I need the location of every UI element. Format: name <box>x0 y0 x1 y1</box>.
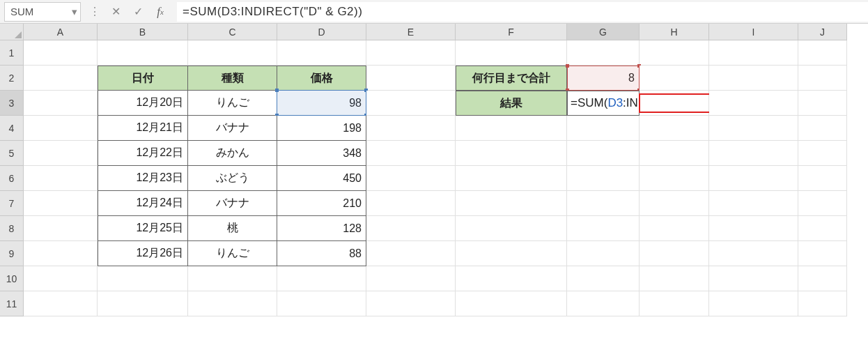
cell-F3[interactable]: 結果 <box>456 91 567 116</box>
col-header-J[interactable]: J <box>798 24 847 40</box>
cell-D7[interactable]: 210 <box>277 191 366 216</box>
chevron-down-icon[interactable]: ▾ <box>72 6 77 18</box>
cell-B1[interactable] <box>98 40 188 66</box>
cell-D1[interactable] <box>277 40 366 66</box>
cell-A3[interactable] <box>24 91 98 116</box>
cell-B2[interactable]: 日付 <box>98 66 188 91</box>
row-header-11[interactable]: 11 <box>0 291 24 316</box>
cancel-icon[interactable]: ✕ <box>106 2 125 22</box>
cell-J5[interactable] <box>798 141 847 166</box>
col-header-E[interactable]: E <box>366 24 456 40</box>
name-box[interactable]: SUM ▾ <box>4 2 81 22</box>
cell-I2[interactable] <box>709 66 798 91</box>
formula-input[interactable]: =SUM(D3:INDIRECT("D" & G2)) <box>177 2 868 22</box>
cell-F4[interactable] <box>456 116 567 141</box>
cell-F2[interactable]: 何行目まで合計 <box>456 66 567 91</box>
cell-H1[interactable] <box>640 40 709 66</box>
cell-I11[interactable] <box>709 291 798 316</box>
cell-F10[interactable] <box>456 266 567 291</box>
cell-F6[interactable] <box>456 166 567 191</box>
cell-J4[interactable] <box>798 116 847 141</box>
cell-A7[interactable] <box>24 191 98 216</box>
cell-C6[interactable]: ぶどう <box>188 166 277 191</box>
cell-E9[interactable] <box>366 241 456 266</box>
cell-F7[interactable] <box>456 191 567 216</box>
cell-I7[interactable] <box>709 191 798 216</box>
col-header-C[interactable]: C <box>188 24 277 40</box>
cell-C7[interactable]: バナナ <box>188 191 277 216</box>
cell-J10[interactable] <box>798 266 847 291</box>
cell-C10[interactable] <box>188 266 277 291</box>
cell-J1[interactable] <box>798 40 847 66</box>
cell-G4[interactable] <box>567 116 640 141</box>
cell-G11[interactable] <box>567 291 640 316</box>
cell-D3[interactable]: 98 <box>277 91 366 116</box>
cell-A4[interactable] <box>24 116 98 141</box>
cell-D4[interactable]: 198 <box>277 116 366 141</box>
cell-H11[interactable] <box>640 291 709 316</box>
cell-G7[interactable] <box>567 191 640 216</box>
cell-B3[interactable]: 12月20日 <box>98 91 188 116</box>
cell-E10[interactable] <box>366 266 456 291</box>
cell-G9[interactable] <box>567 241 640 266</box>
cell-H8[interactable] <box>640 216 709 241</box>
row-header-4[interactable]: 4 <box>0 116 24 141</box>
cell-E8[interactable] <box>366 216 456 241</box>
cell-E7[interactable] <box>366 191 456 216</box>
cell-I5[interactable] <box>709 141 798 166</box>
cell-H4[interactable] <box>640 116 709 141</box>
cell-F9[interactable] <box>456 241 567 266</box>
cell-A10[interactable] <box>24 266 98 291</box>
row-header-10[interactable]: 10 <box>0 266 24 291</box>
cell-F5[interactable] <box>456 141 567 166</box>
cell-A5[interactable] <box>24 141 98 166</box>
cell-G2[interactable]: 8 <box>567 66 640 91</box>
cell-I1[interactable] <box>709 40 798 66</box>
cell-H7[interactable] <box>640 191 709 216</box>
cell-B11[interactable] <box>98 291 188 316</box>
cell-C9[interactable]: りんご <box>188 241 277 266</box>
col-header-I[interactable]: I <box>709 24 798 40</box>
cell-G6[interactable] <box>567 166 640 191</box>
cell-D11[interactable] <box>277 291 366 316</box>
cell-E6[interactable] <box>366 166 456 191</box>
cell-G5[interactable] <box>567 141 640 166</box>
row-header-9[interactable]: 9 <box>0 241 24 266</box>
col-header-F[interactable]: F <box>456 24 567 40</box>
cell-H2[interactable] <box>640 66 709 91</box>
cell-A8[interactable] <box>24 216 98 241</box>
row-header-3[interactable]: 3 <box>0 91 24 116</box>
cell-G10[interactable] <box>567 266 640 291</box>
cell-C11[interactable] <box>188 291 277 316</box>
cell-F1[interactable] <box>456 40 567 66</box>
cell-D9[interactable]: 88 <box>277 241 366 266</box>
row-header-2[interactable]: 2 <box>0 66 24 91</box>
col-header-H[interactable]: H <box>640 24 709 40</box>
cell-D6[interactable]: 450 <box>277 166 366 191</box>
cell-G1[interactable] <box>567 40 640 66</box>
cell-B6[interactable]: 12月23日 <box>98 166 188 191</box>
cell-D8[interactable]: 128 <box>277 216 366 241</box>
cell-B9[interactable]: 12月26日 <box>98 241 188 266</box>
fx-icon[interactable]: fx <box>150 2 170 22</box>
col-header-B[interactable]: B <box>98 24 188 40</box>
cell-B7[interactable]: 12月24日 <box>98 191 188 216</box>
cell-E4[interactable] <box>366 116 456 141</box>
cell-J3[interactable] <box>798 91 847 116</box>
cell-H10[interactable] <box>640 266 709 291</box>
cell-C5[interactable]: みかん <box>188 141 277 166</box>
cell-E5[interactable] <box>366 141 456 166</box>
row-header-7[interactable]: 7 <box>0 191 24 216</box>
cell-G8[interactable] <box>567 216 640 241</box>
col-header-D[interactable]: D <box>277 24 366 40</box>
row-header-5[interactable]: 5 <box>0 141 24 166</box>
cell-C8[interactable]: 桃 <box>188 216 277 241</box>
cell-I8[interactable] <box>709 216 798 241</box>
cell-J11[interactable] <box>798 291 847 316</box>
cell-I10[interactable] <box>709 266 798 291</box>
cell-F11[interactable] <box>456 291 567 316</box>
cell-I6[interactable] <box>709 166 798 191</box>
row-header-1[interactable]: 1 <box>0 40 24 66</box>
spreadsheet-grid[interactable]: A B C D E F G H I J 1 2 日付 種類 価格 何行目まで合計… <box>0 24 868 316</box>
cell-C2[interactable]: 種類 <box>188 66 277 91</box>
